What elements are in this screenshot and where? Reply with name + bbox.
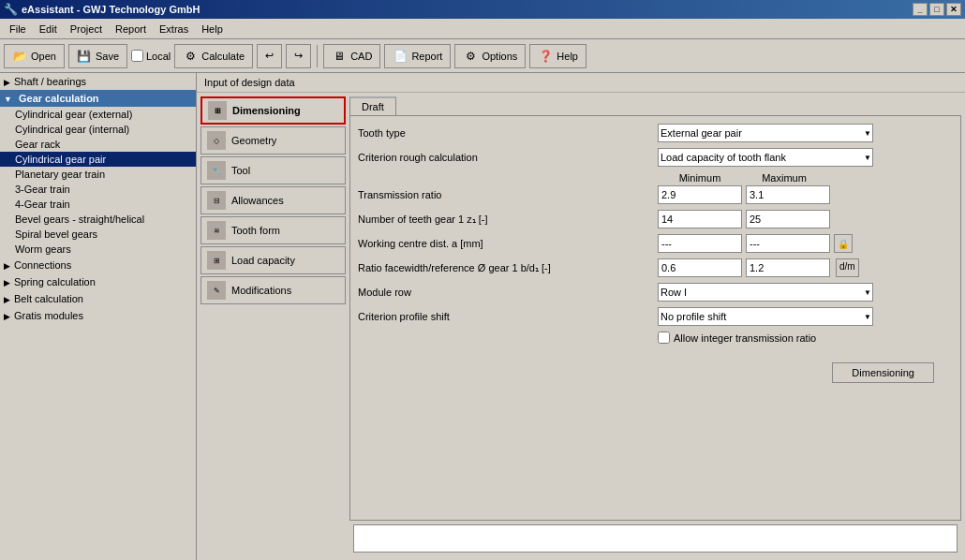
sidebar-item-belt[interactable]: Belt calculation (0, 290, 196, 307)
arrow-gratis (4, 310, 10, 321)
transmission-ratio-row: Transmission ratio (358, 185, 953, 204)
ratio-facewidth-min[interactable] (658, 258, 742, 277)
nav-btn-allowances[interactable]: ⊟ Allowances (200, 186, 346, 214)
lock-icon[interactable]: 🔒 (834, 234, 853, 253)
criterion-select-wrapper: Load capacity of tooth flank (658, 148, 873, 167)
module-row-label: Module row (358, 287, 658, 298)
transmission-ratio-min[interactable] (658, 185, 742, 204)
ratio-facewidth-row: Ratio facewidth/reference Ø gear 1 b/d₁ … (358, 258, 953, 277)
sidebar-item-connections[interactable]: Connections (0, 257, 196, 273)
sidebar-item-spiral[interactable]: Spiral bevel gears (0, 227, 196, 242)
content-area: Input of design data ⊞ Dimensioning ◇ Ge… (197, 73, 965, 560)
arrow-spring (4, 276, 10, 287)
minimize-btn[interactable]: _ (913, 3, 928, 16)
form-panel: Tooth type External gear pair Internal g… (349, 115, 961, 521)
options-icon: ⚙ (463, 49, 478, 64)
undo-button[interactable]: ↩ (257, 44, 282, 68)
load-capacity-icon: ⊞ (207, 251, 226, 270)
calculate-button[interactable]: ⚙ Calculate (174, 44, 253, 68)
nav-btn-modifications[interactable]: ✎ Modifications (200, 276, 346, 304)
sidebar-item-gratis[interactable]: Gratis modules (0, 307, 196, 324)
sidebar-item-shaft-bearings[interactable]: Shaft / bearings (0, 73, 196, 90)
left-nav-panel: ⊞ Dimensioning ◇ Geometry 🔧 Tool (200, 96, 346, 556)
sidebar-item-cyl-pair[interactable]: Cylindrical gear pair (0, 152, 196, 167)
report-icon: 📄 (393, 49, 408, 64)
toolbar: 📂 Open 💾 Save Local ⚙ Calculate ↩ ↪ 🖥 CA… (0, 39, 965, 73)
options-button[interactable]: ⚙ Options (454, 44, 526, 68)
allow-integer-checkbox[interactable] (658, 332, 670, 344)
nav-btn-tool[interactable]: 🔧 Tool (200, 156, 346, 184)
ratio-facewidth-max[interactable] (746, 258, 830, 277)
sidebar-item-3gear[interactable]: 3-Gear train (0, 182, 196, 197)
sidebar-item-spring[interactable]: Spring calculation (0, 273, 196, 290)
module-row-select-wrapper: Row I Row II (658, 283, 873, 302)
geometry-icon: ◇ (207, 131, 226, 150)
nav-btn-geometry[interactable]: ◇ Geometry (200, 126, 346, 155)
tooth-type-select[interactable]: External gear pair Internal gear pair (658, 124, 873, 142)
menu-project[interactable]: Project (65, 22, 108, 37)
col-max-label: Maximum (742, 172, 826, 184)
num-teeth-min[interactable] (658, 210, 742, 228)
transmission-ratio-inputs (658, 185, 830, 204)
percent-label: d/m (836, 258, 859, 277)
arrow-belt (4, 293, 10, 304)
module-row-select[interactable]: Row I Row II (658, 283, 873, 302)
sidebar-item-worm[interactable]: Worm gears (0, 242, 196, 257)
report-button[interactable]: 📄 Report (384, 44, 451, 68)
criterion-profile-select[interactable]: No profile shift With profile shift (658, 307, 873, 326)
col-headers: Minimum Maximum (658, 172, 953, 184)
sidebar-item-planetary[interactable]: Planetary gear train (0, 167, 196, 182)
sidebar-item-gear-rack[interactable]: Gear rack (0, 137, 196, 152)
help-button[interactable]: ❓ Help (529, 44, 586, 68)
module-row-row: Module row Row I Row II (358, 283, 953, 302)
close-btn[interactable]: ✕ (946, 3, 961, 16)
redo-icon: ↪ (294, 50, 303, 62)
menu-extras[interactable]: Extras (154, 22, 194, 37)
menu-report[interactable]: Report (110, 22, 152, 37)
arrow-gear (4, 93, 12, 104)
sidebar-item-4gear[interactable]: 4-Gear train (0, 197, 196, 212)
working-centre-max[interactable] (746, 234, 830, 253)
tab-draft[interactable]: Draft (349, 96, 396, 115)
menu-file[interactable]: File (4, 22, 32, 37)
cad-button[interactable]: 🖥 CAD (323, 44, 380, 68)
save-button[interactable]: 💾 Save (68, 44, 127, 68)
menu-edit[interactable]: Edit (34, 22, 63, 37)
ratio-facewidth-inputs: d/m (658, 258, 859, 277)
nav-btn-tooth-form[interactable]: ≋ Tooth form (200, 216, 346, 244)
tooth-type-select-wrapper: External gear pair Internal gear pair (658, 124, 873, 142)
open-icon: 📂 (12, 49, 27, 64)
col-min-label: Minimum (658, 172, 742, 184)
maximize-btn[interactable]: □ (929, 3, 944, 16)
right-panel: Draft Tooth type External gear pair Inte… (349, 96, 961, 556)
main-layout: Shaft / bearings Gear calculation Cylind… (0, 73, 965, 560)
tab-bar: Draft (349, 96, 961, 115)
allow-integer-label: Allow integer transmission ratio (674, 332, 816, 344)
criterion-select[interactable]: Load capacity of tooth flank (658, 148, 873, 167)
nav-btn-dimensioning[interactable]: ⊞ Dimensioning (200, 96, 346, 125)
arrow-connections (4, 259, 10, 271)
window-controls[interactable]: _ □ ✕ (913, 3, 961, 16)
dimensioning-icon: ⊞ (208, 101, 227, 120)
dimensioning-submit-button[interactable]: Dimensioning (832, 362, 934, 383)
local-checkbox[interactable] (131, 50, 143, 62)
open-button[interactable]: 📂 Open (4, 44, 65, 68)
num-teeth-row: Number of teeth gear 1 z₁ [-] (358, 210, 953, 228)
allow-integer-row: Allow integer transmission ratio (658, 332, 953, 344)
transmission-ratio-label: Transmission ratio (358, 189, 658, 200)
transmission-ratio-max[interactable] (746, 185, 830, 204)
dim-btn-container: Dimensioning (358, 353, 934, 383)
local-checkbox-wrapper[interactable]: Local (131, 50, 171, 62)
sidebar-item-cyl-internal[interactable]: Cylindrical gear (internal) (0, 122, 196, 137)
menu-help[interactable]: Help (196, 22, 229, 37)
allowances-icon: ⊟ (207, 191, 226, 210)
working-centre-min[interactable] (658, 234, 742, 253)
tooth-type-label: Tooth type (358, 127, 658, 139)
nav-btn-load-capacity[interactable]: ⊞ Load capacity (200, 246, 346, 274)
num-teeth-max[interactable] (746, 210, 830, 228)
redo-button[interactable]: ↪ (286, 44, 311, 68)
arrow-shaft (4, 76, 10, 87)
sidebar-item-cyl-external[interactable]: Cylindrical gear (external) (0, 107, 196, 122)
sidebar-item-bevel[interactable]: Bevel gears - straight/helical (0, 212, 196, 227)
sidebar-gear-calculation[interactable]: Gear calculation (0, 90, 196, 107)
